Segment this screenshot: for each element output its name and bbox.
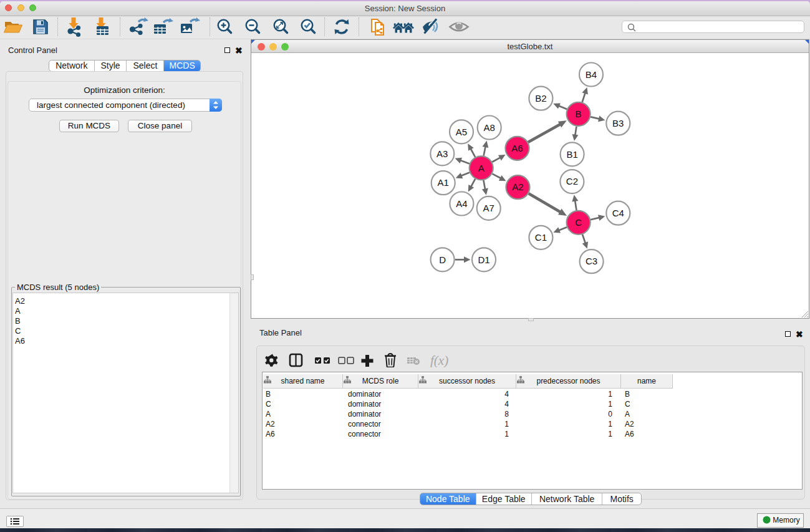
- svg-text:A: A: [478, 163, 485, 173]
- svg-text:A7: A7: [483, 203, 494, 213]
- svg-text:B: B: [576, 109, 582, 119]
- svg-text:A8: A8: [484, 122, 495, 133]
- svg-text:C4: C4: [612, 208, 624, 218]
- svg-text:A6: A6: [511, 143, 523, 153]
- svg-text:A5: A5: [456, 127, 467, 137]
- svg-text:C3: C3: [586, 256, 597, 266]
- svg-text:A3: A3: [436, 148, 448, 159]
- svg-text:f(x): f(x): [430, 353, 448, 367]
- svg-text:C1: C1: [535, 232, 547, 243]
- svg-text:B3: B3: [612, 118, 624, 128]
- svg-text:A4: A4: [456, 198, 467, 209]
- svg-text:C2: C2: [566, 176, 578, 186]
- svg-text:B4: B4: [586, 69, 597, 80]
- svg-text:C: C: [575, 217, 582, 228]
- svg-text:A2: A2: [512, 181, 523, 192]
- svg-text:D: D: [439, 254, 446, 265]
- svg-text:D1: D1: [478, 254, 489, 265]
- svg-text:B2: B2: [535, 93, 546, 104]
- svg-text:B1: B1: [566, 149, 577, 160]
- svg-text:A1: A1: [438, 177, 449, 188]
